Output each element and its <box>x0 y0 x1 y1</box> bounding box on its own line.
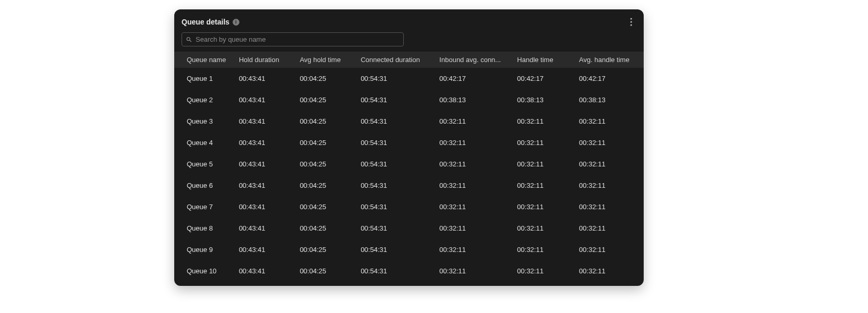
table-cell: Queue 7 <box>174 196 233 218</box>
table-cell: 00:43:41 <box>233 260 294 282</box>
svg-point-2 <box>630 24 632 26</box>
table-cell: 00:04:25 <box>294 239 355 260</box>
table-cell: 00:42:17 <box>573 68 644 89</box>
col-header-connected-duration[interactable]: Connected duration <box>354 52 433 68</box>
search-wrap <box>182 32 404 46</box>
table-cell: 00:43:41 <box>233 111 294 132</box>
col-header-avg-hold-time[interactable]: Avg hold time <box>294 52 355 68</box>
svg-point-0 <box>630 18 632 19</box>
col-header-inbound-avg-conn[interactable]: Inbound avg. conn... <box>433 52 511 68</box>
table-row[interactable]: Queue 600:43:4100:04:2500:54:3100:32:110… <box>174 175 644 196</box>
table-header-row: Queue name Hold duration Avg hold time C… <box>174 52 644 68</box>
table-cell: 00:32:11 <box>511 196 573 218</box>
panel-title: Queue details <box>182 18 230 26</box>
table-cell: 00:38:13 <box>573 89 644 111</box>
table-cell: Queue 4 <box>174 132 233 153</box>
table-cell: 00:32:11 <box>573 175 644 196</box>
table-cell: 00:43:41 <box>233 89 294 111</box>
table-cell: 00:32:11 <box>573 111 644 132</box>
table-wrap: Queue name Hold duration Avg hold time C… <box>174 52 644 286</box>
table-cell: 00:54:31 <box>354 68 433 89</box>
table-cell: 00:54:31 <box>354 132 433 153</box>
table-cell: 00:32:11 <box>573 260 644 282</box>
search-row <box>174 32 644 52</box>
table-cell: 00:54:31 <box>354 153 433 175</box>
table-cell: 00:38:13 <box>433 89 511 111</box>
table-cell: 00:42:17 <box>433 68 511 89</box>
queue-table: Queue name Hold duration Avg hold time C… <box>174 52 644 282</box>
queue-details-panel: Queue details i Queue name Hold duration <box>174 9 644 286</box>
table-cell: 00:04:25 <box>294 260 355 282</box>
table-row[interactable]: Queue 700:43:4100:04:2500:54:3100:32:110… <box>174 196 644 218</box>
table-cell: 00:04:25 <box>294 68 355 89</box>
table-cell: 00:32:11 <box>511 239 573 260</box>
table-cell: 00:32:11 <box>433 218 511 239</box>
table-row[interactable]: Queue 900:43:4100:04:2500:54:3100:32:110… <box>174 239 644 260</box>
table-cell: 00:32:11 <box>573 196 644 218</box>
table-cell: 00:32:11 <box>433 196 511 218</box>
table-cell: 00:04:25 <box>294 175 355 196</box>
table-scroll[interactable]: Queue name Hold duration Avg hold time C… <box>174 52 644 286</box>
col-header-hold-duration[interactable]: Hold duration <box>233 52 294 68</box>
table-cell: 00:32:11 <box>511 132 573 153</box>
table-cell: 00:32:11 <box>433 153 511 175</box>
table-cell: 00:32:11 <box>511 153 573 175</box>
table-cell: 00:04:25 <box>294 132 355 153</box>
table-cell: 00:43:41 <box>233 218 294 239</box>
table-cell: 00:32:11 <box>511 260 573 282</box>
table-cell: 00:32:11 <box>433 260 511 282</box>
table-cell: Queue 1 <box>174 68 233 89</box>
table-cell: Queue 6 <box>174 175 233 196</box>
table-cell: 00:04:25 <box>294 196 355 218</box>
table-cell: 00:54:31 <box>354 260 433 282</box>
table-cell: 00:32:11 <box>573 239 644 260</box>
col-header-avg-handle-time[interactable]: Avg. handle time <box>573 52 644 68</box>
table-cell: 00:32:11 <box>433 239 511 260</box>
table-cell: 00:54:31 <box>354 239 433 260</box>
table-cell: 00:32:11 <box>573 218 644 239</box>
table-cell: 00:32:11 <box>433 132 511 153</box>
table-cell: 00:43:41 <box>233 239 294 260</box>
table-cell: 00:54:31 <box>354 175 433 196</box>
table-cell: Queue 8 <box>174 218 233 239</box>
search-icon <box>186 36 192 43</box>
table-cell: 00:32:11 <box>511 218 573 239</box>
table-cell: 00:04:25 <box>294 153 355 175</box>
table-cell: Queue 10 <box>174 260 233 282</box>
table-cell: 00:54:31 <box>354 196 433 218</box>
table-cell: 00:54:31 <box>354 218 433 239</box>
table-cell: 00:43:41 <box>233 132 294 153</box>
table-cell: 00:32:11 <box>573 153 644 175</box>
svg-point-1 <box>630 21 632 22</box>
table-cell: 00:32:11 <box>511 175 573 196</box>
panel-header: Queue details i <box>174 9 644 32</box>
table-row[interactable]: Queue 200:43:4100:04:2500:54:3100:38:130… <box>174 89 644 111</box>
table-cell: Queue 3 <box>174 111 233 132</box>
table-cell: 00:42:17 <box>511 68 573 89</box>
table-cell: Queue 5 <box>174 153 233 175</box>
table-cell: 00:54:31 <box>354 111 433 132</box>
table-cell: Queue 2 <box>174 89 233 111</box>
table-cell: 00:38:13 <box>511 89 573 111</box>
more-menu-button[interactable] <box>626 16 636 28</box>
col-header-queue-name[interactable]: Queue name <box>174 52 233 68</box>
table-cell: 00:43:41 <box>233 153 294 175</box>
search-input[interactable] <box>182 32 404 46</box>
table-cell: 00:04:25 <box>294 89 355 111</box>
table-row[interactable]: Queue 400:43:4100:04:2500:54:3100:32:110… <box>174 132 644 153</box>
table-cell: 00:43:41 <box>233 196 294 218</box>
table-cell: 00:32:11 <box>433 175 511 196</box>
table-row[interactable]: Queue 1000:43:4100:04:2500:54:3100:32:11… <box>174 260 644 282</box>
table-cell: 00:32:11 <box>573 132 644 153</box>
col-header-handle-time[interactable]: Handle time <box>511 52 573 68</box>
table-cell: 00:32:11 <box>511 111 573 132</box>
table-cell: 00:04:25 <box>294 111 355 132</box>
info-icon[interactable]: i <box>233 19 239 26</box>
table-cell: 00:43:41 <box>233 68 294 89</box>
table-cell: 00:04:25 <box>294 218 355 239</box>
table-row[interactable]: Queue 100:43:4100:04:2500:54:3100:42:170… <box>174 68 644 89</box>
table-cell: 00:43:41 <box>233 175 294 196</box>
table-row[interactable]: Queue 800:43:4100:04:2500:54:3100:32:110… <box>174 218 644 239</box>
table-row[interactable]: Queue 300:43:4100:04:2500:54:3100:32:110… <box>174 111 644 132</box>
table-row[interactable]: Queue 500:43:4100:04:2500:54:3100:32:110… <box>174 153 644 175</box>
